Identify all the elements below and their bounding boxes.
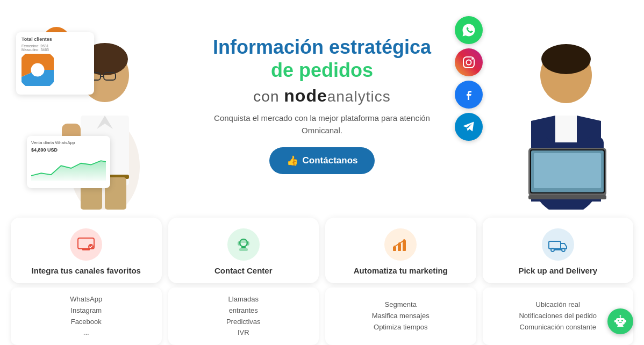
hero-title-line1: Información estratégica <box>204 35 440 59</box>
svg-rect-63 <box>614 320 616 322</box>
instagram-icon[interactable] <box>455 48 483 76</box>
brand-con: con <box>253 88 284 105</box>
feature-label-contact: Contact Center <box>214 266 273 275</box>
hero-center: Información estratégica de pedidos con n… <box>204 35 440 174</box>
dashboard-legend1: Femenino: 2631 <box>22 44 89 48</box>
svg-point-62 <box>619 315 621 317</box>
feature-label-marketing: Automatiza tu marketing <box>354 266 448 275</box>
chart-title: Venta diaria WhatsApp <box>31 140 106 145</box>
dashboard-card: Total clientes Femenino: 2631 Masculino:… <box>16 32 94 95</box>
svg-point-24 <box>541 44 591 74</box>
hero-brand: con nodeanalytics <box>204 86 440 106</box>
svg-text:3465M: 3465M <box>32 71 42 75</box>
hero-section: 📣 Total clientes Femenino: 2631 Masculin… <box>0 0 644 210</box>
svg-point-43 <box>238 241 241 246</box>
sub-card-contact-text: Llamadas entrantes Predictivas IVR <box>226 294 261 339</box>
social-icons-container <box>455 16 483 141</box>
svg-point-20 <box>467 60 471 65</box>
feature-card-integrate[interactable]: Integra tus canales favoritos <box>11 218 162 283</box>
svg-rect-64 <box>625 320 626 322</box>
person-right-svg <box>502 19 631 210</box>
feature-cards-section: Integra tus canales favoritos Contact Ce… <box>0 210 644 283</box>
cta-button[interactable]: 👍 Contáctanos <box>269 147 375 174</box>
pie-chart: 2631F 3465M <box>22 54 54 86</box>
feature-card-marketing[interactable]: Automatiza tu marketing <box>325 218 476 283</box>
brand-node: node <box>284 86 327 105</box>
feature-label-delivery: Pick up and Delivery <box>518 266 597 275</box>
facebook-icon[interactable] <box>455 81 483 109</box>
hero-subtitle: Conquista el mercado con la mejor plataf… <box>204 112 440 136</box>
chart-card: Venta diaria WhatsApp $4,890 USD <box>27 136 110 188</box>
svg-rect-45 <box>241 247 246 248</box>
cta-icon: 👍 <box>287 155 298 167</box>
whatsapp-icon[interactable] <box>455 16 483 44</box>
svg-rect-35 <box>534 153 601 188</box>
contact-icon <box>227 228 260 261</box>
brand-analytics: analytics <box>327 88 391 105</box>
svg-text:2631F: 2631F <box>32 66 41 69</box>
feature-card-contact[interactable]: Contact Center <box>168 218 319 283</box>
svg-point-21 <box>471 58 473 60</box>
svg-point-50 <box>393 246 396 248</box>
svg-rect-40 <box>82 249 90 250</box>
robot-chat-button[interactable] <box>607 308 633 334</box>
feature-card-delivery[interactable]: Pick up and Delivery <box>483 218 634 283</box>
integrate-icon <box>70 228 102 261</box>
svg-rect-46 <box>239 248 248 251</box>
svg-marker-4 <box>31 161 106 181</box>
sub-card-marketing: Segmenta Masifica mensajes Optimiza tiem… <box>325 288 476 345</box>
cta-label: Contáctanos <box>303 155 358 166</box>
svg-point-54 <box>551 248 554 251</box>
sub-card-integrate: WhatsApp Instagram Facebook ... <box>11 288 162 345</box>
svg-rect-60 <box>619 322 622 323</box>
svg-point-44 <box>246 241 249 246</box>
delivery-icon <box>542 228 574 261</box>
feature-label-integrate: Integra tus canales favoritos <box>32 266 141 275</box>
svg-rect-57 <box>616 318 625 325</box>
svg-rect-49 <box>403 240 406 251</box>
marketing-icon <box>384 228 417 261</box>
dashboard-legend2: Masculino: 3465 <box>22 48 89 52</box>
person-right <box>502 19 631 210</box>
hero-title-line2: de pedidos <box>204 59 440 82</box>
sub-card-contact: Llamadas entrantes Predictivas IVR <box>168 288 319 345</box>
svg-rect-36 <box>528 195 606 199</box>
sub-cards-section: WhatsApp Instagram Facebook ... Llamadas… <box>0 283 644 345</box>
svg-rect-58 <box>618 320 619 321</box>
svg-rect-53 <box>549 241 561 249</box>
svg-point-52 <box>403 239 405 241</box>
sub-card-marketing-text: Segmenta Masifica mensajes Optimiza tiem… <box>372 299 430 333</box>
svg-point-51 <box>398 242 400 245</box>
dashboard-title: Total clientes <box>22 37 89 42</box>
svg-rect-59 <box>621 320 623 321</box>
chart-value: $4,890 USD <box>31 147 106 153</box>
sub-card-integrate-text: WhatsApp Instagram Facebook ... <box>70 294 102 339</box>
svg-point-55 <box>562 248 565 251</box>
telegram-icon[interactable] <box>455 113 483 141</box>
sub-card-delivery-text: Ubicación real Notificaciones del pedido… <box>519 299 597 333</box>
line-chart <box>31 155 106 182</box>
